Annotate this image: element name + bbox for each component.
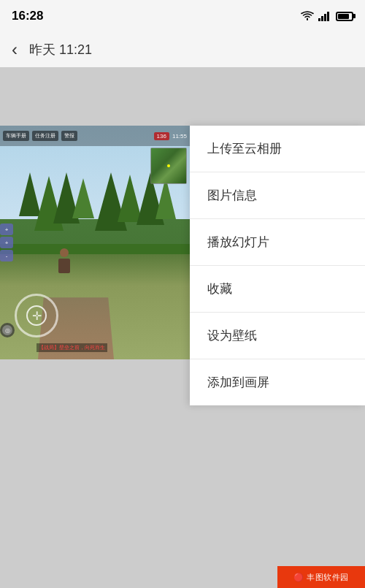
menu-item-upload[interactable]: 上传至云相册 — [190, 126, 365, 172]
game-joystick-inner: ✛ — [26, 305, 47, 326]
game-btn-3: 警报 — [61, 131, 77, 141]
game-screenshot[interactable]: 车辆手册 任务注册 警报 136 11:55 — [0, 126, 190, 359]
game-joystick: ✛ — [15, 294, 58, 337]
game-bottom-btn: ◎ — [0, 323, 15, 337]
game-bg: 车辆手册 任务注册 警报 136 11:55 — [0, 126, 190, 359]
svg-rect-1 — [321, 16, 323, 21]
nav-title: 昨天 11:21 — [29, 41, 92, 58]
status-time: 16:28 — [12, 9, 43, 23]
bottom-watermark: 🔴 丰图软件园 — [277, 566, 365, 588]
signal-icon — [318, 11, 331, 21]
game-side-btn-1: + — [0, 224, 13, 235]
menu-item-collect[interactable]: 收藏 — [190, 266, 365, 313]
content-area: 车辆手册 任务注册 警报 136 11:55 — [0, 67, 365, 588]
watermark-text: 🔴 丰图软件园 — [293, 572, 349, 583]
game-side-btn-2: + — [0, 237, 13, 248]
status-bar: 16:28 — [0, 0, 365, 32]
menu-item-slideshow[interactable]: 播放幻灯片 — [190, 219, 365, 266]
context-menu: 上传至云相册 图片信息 播放幻灯片 收藏 设为壁纸 添加到画屏 — [190, 126, 365, 405]
status-icons — [301, 11, 353, 21]
nav-bar: ‹ 昨天 11:21 — [0, 32, 365, 67]
game-side-buttons: + + - — [0, 224, 13, 261]
game-btn-2: 任务注册 — [32, 131, 58, 141]
minimap — [150, 148, 187, 184]
game-character — [57, 248, 72, 278]
game-time: 11:55 — [172, 133, 187, 140]
tree-area — [0, 172, 190, 266]
game-side-btn-3: - — [0, 250, 13, 261]
svg-rect-2 — [324, 14, 326, 21]
game-ui-right: 136 11:55 — [154, 132, 187, 140]
back-button[interactable]: ‹ — [9, 37, 20, 63]
battery-icon — [336, 12, 353, 21]
health-bar: 136 — [154, 132, 169, 140]
svg-rect-3 — [327, 12, 329, 21]
game-btn-1: 车辆手册 — [3, 131, 29, 141]
game-ui-left: 车辆手册 任务注册 警报 — [3, 131, 77, 141]
menu-item-info[interactable]: 图片信息 — [190, 172, 365, 219]
menu-item-homescreen[interactable]: 添加到画屏 — [190, 359, 365, 405]
svg-rect-0 — [318, 18, 320, 21]
wifi-icon — [301, 11, 314, 21]
menu-item-wallpaper[interactable]: 设为壁纸 — [190, 313, 365, 359]
game-ui-bar: 车辆手册 任务注册 警报 136 11:55 — [0, 126, 190, 146]
game-red-text: 【战局】壁垒之前，向死而生 — [36, 343, 107, 352]
